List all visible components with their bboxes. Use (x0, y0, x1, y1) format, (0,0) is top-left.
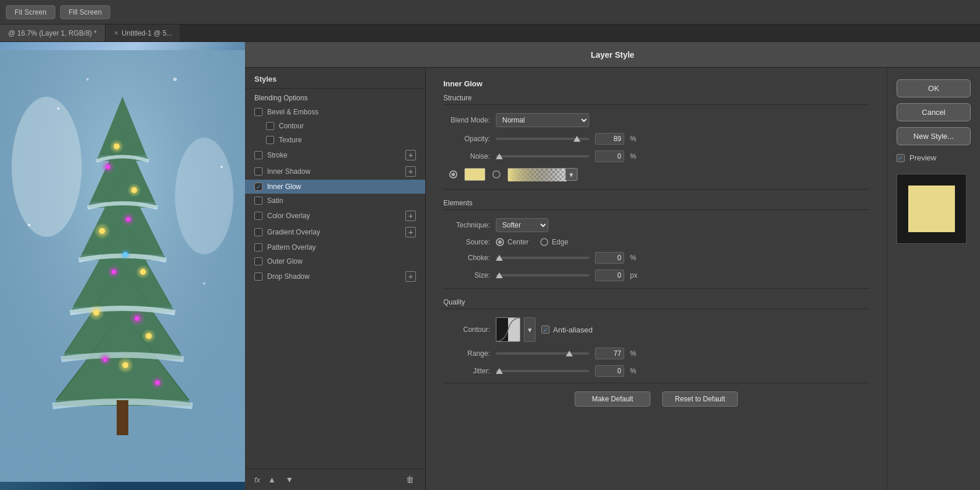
opacity-row: Opacity: % (443, 133, 869, 145)
style-label-outer-glow: Outer Glow (267, 257, 303, 265)
source-center-option[interactable]: Center (496, 238, 528, 246)
checkbox-drop-shadow[interactable] (254, 272, 262, 281)
size-slider[interactable] (496, 271, 589, 280)
range-track (496, 352, 589, 355)
plus-inner-shadow[interactable]: + (405, 166, 416, 177)
delete-style-button[interactable]: 🗑 (404, 474, 416, 485)
new-style-button[interactable]: New Style... (897, 127, 971, 145)
opacity-track (496, 138, 589, 140)
choke-slider[interactable] (496, 253, 589, 262)
technique-select[interactable]: Softer Precise (496, 218, 548, 232)
style-item-gradient-overlay[interactable]: Gradient Overlay + (245, 224, 425, 240)
jitter-input[interactable] (595, 365, 624, 377)
move-up-button[interactable]: ▲ (266, 474, 278, 485)
checkbox-texture[interactable] (266, 136, 274, 144)
plus-color-overlay[interactable]: + (405, 211, 416, 221)
style-item-inner-glow[interactable]: Inner Glow (245, 180, 425, 194)
make-default-button[interactable]: Make Default (575, 391, 650, 407)
fit-screen-button[interactable]: Fit Screen (6, 5, 55, 19)
size-thumb[interactable] (496, 272, 503, 278)
gradient-dropdown-button[interactable]: ▾ (565, 169, 577, 180)
style-item-pattern-overlay[interactable]: Pattern Overlay (245, 240, 425, 254)
svg-point-34 (126, 217, 131, 222)
checkbox-inner-shadow[interactable] (254, 167, 262, 176)
size-input[interactable] (595, 270, 624, 281)
opacity-input[interactable] (595, 133, 624, 145)
jitter-label: Jitter: (443, 367, 490, 375)
tab-label-untitled1: Untitled-1 @ 5... (122, 29, 173, 37)
svg-point-26 (93, 310, 99, 316)
choke-input[interactable] (595, 252, 624, 264)
cancel-button[interactable]: Cancel (897, 103, 971, 121)
svg-point-42 (155, 380, 160, 385)
style-item-bevel-emboss[interactable]: Bevel & Emboss (245, 105, 425, 119)
checkbox-contour[interactable] (266, 122, 274, 130)
plus-gradient-overlay[interactable]: + (405, 227, 416, 237)
source-center-radio[interactable] (496, 238, 504, 246)
style-item-blending-options[interactable]: Blending Options (245, 91, 425, 105)
plus-stroke[interactable]: + (405, 150, 416, 160)
noise-input[interactable] (595, 150, 624, 162)
svg-point-44 (123, 252, 128, 257)
color-swatch-solid[interactable] (464, 168, 485, 181)
style-item-outer-glow[interactable]: Outer Glow (245, 254, 425, 268)
fx-label: fx (254, 475, 260, 484)
range-thumb[interactable] (566, 351, 573, 356)
contour-dropdown[interactable]: ▾ (524, 317, 536, 342)
checkbox-satin[interactable] (254, 197, 262, 205)
main-area: Layer Style Styles Blending Options (0, 42, 980, 490)
gradient-radio[interactable] (492, 170, 501, 178)
jitter-row: Jitter: % (443, 365, 869, 377)
noise-slider[interactable] (496, 152, 589, 161)
anti-aliased-label[interactable]: Anti-aliased (541, 326, 593, 334)
tab-layer1[interactable]: @ 16.7% (Layer 1, RGB/8) * (0, 24, 106, 41)
style-item-contour[interactable]: Contour (245, 119, 425, 133)
structure-title: Structure (443, 94, 869, 105)
jitter-slider[interactable] (496, 366, 589, 376)
noise-label: Noise: (443, 152, 490, 160)
opacity-slider[interactable] (496, 134, 589, 144)
solid-color-radio[interactable] (449, 170, 457, 178)
blend-mode-select[interactable]: Normal Dissolve Darken Multiply Screen O… (496, 113, 589, 127)
tab-untitled1[interactable]: ✕ Untitled-1 @ 5... (106, 24, 181, 41)
checkbox-color-overlay[interactable] (254, 212, 262, 220)
source-edge-option[interactable]: Edge (540, 238, 568, 246)
tab-label-layer1: @ 16.7% (Layer 1, RGB/8) * (8, 29, 97, 37)
style-item-inner-shadow[interactable]: Inner Shadow + (245, 163, 425, 180)
preview-checkbox[interactable] (897, 154, 905, 162)
style-item-drop-shadow[interactable]: Drop Shadow + (245, 268, 425, 285)
elements-title: Elements (443, 199, 869, 210)
move-down-button[interactable]: ▼ (284, 474, 295, 485)
quality-section: Quality Contour: (443, 298, 869, 377)
style-item-stroke[interactable]: Stroke + (245, 147, 425, 163)
fill-screen-button[interactable]: Fill Screen (60, 5, 111, 19)
range-slider[interactable] (496, 349, 589, 358)
ok-button[interactable]: OK (897, 79, 971, 97)
gradient-swatch[interactable]: ▾ (508, 168, 578, 181)
range-input[interactable] (595, 348, 624, 359)
style-item-color-overlay[interactable]: Color Overlay + (245, 208, 425, 224)
noise-thumb[interactable] (496, 153, 503, 159)
jitter-thumb[interactable] (496, 368, 503, 374)
tab-close-icon[interactable]: ✕ (114, 30, 118, 36)
style-item-texture[interactable]: Texture (245, 133, 425, 147)
contour-preview[interactable] (496, 317, 520, 342)
reset-to-default-button[interactable]: Reset to Default (662, 391, 738, 407)
source-edge-radio[interactable] (540, 238, 548, 246)
opacity-label: Opacity: (443, 135, 490, 143)
opacity-thumb[interactable] (573, 136, 580, 142)
elements-section: Elements Technique: Softer Precise (443, 199, 869, 281)
svg-point-49 (86, 78, 89, 80)
checkbox-gradient-overlay[interactable] (254, 228, 262, 236)
checkbox-inner-glow[interactable] (254, 183, 262, 191)
checkbox-stroke[interactable] (254, 151, 262, 159)
plus-drop-shadow[interactable]: + (405, 271, 416, 282)
choke-row: Choke: % (443, 252, 869, 264)
checkbox-pattern-overlay[interactable] (254, 243, 262, 251)
checkbox-bevel-emboss[interactable] (254, 108, 262, 116)
checkbox-outer-glow[interactable] (254, 257, 262, 265)
anti-aliased-checkbox[interactable] (541, 326, 550, 334)
top-toolbar: Fit Screen Fill Screen (0, 0, 980, 24)
choke-thumb[interactable] (496, 255, 503, 261)
style-item-satin[interactable]: Satin (245, 194, 425, 208)
